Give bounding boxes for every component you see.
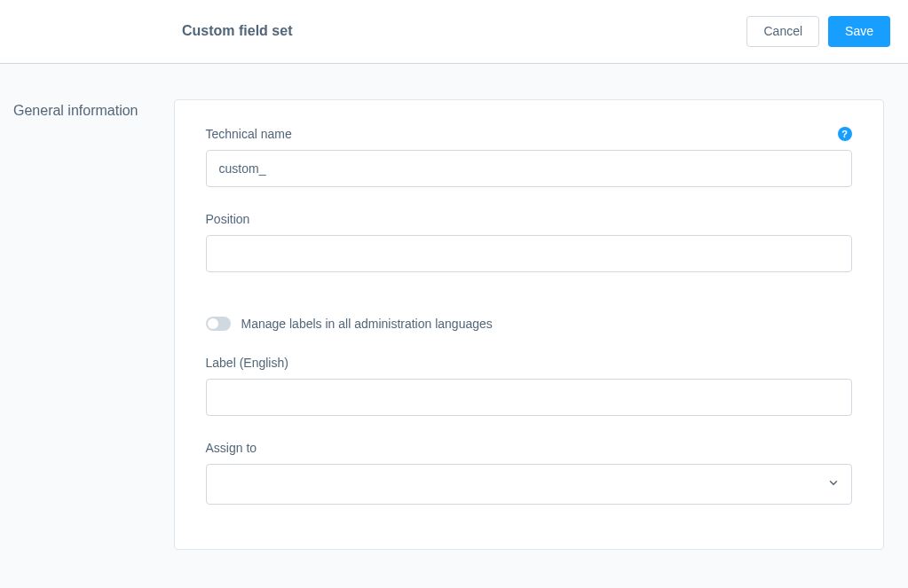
content: General information Technical name ? Pos…	[0, 64, 908, 568]
section-label: General information	[13, 99, 138, 119]
technical-name-label: Technical name	[206, 127, 292, 141]
label-english-group: Label (English)	[206, 356, 852, 416]
manage-labels-row: Manage labels in all administration lang…	[206, 317, 852, 331]
technical-name-group: Technical name ?	[206, 127, 852, 187]
label-english-label: Label (English)	[206, 356, 852, 370]
page-title: Custom field set	[182, 23, 292, 39]
assign-to-label: Assign to	[206, 441, 852, 455]
position-label: Position	[206, 212, 852, 226]
assign-to-select[interactable]	[206, 464, 852, 505]
cancel-button[interactable]: Cancel	[746, 16, 819, 47]
help-icon[interactable]: ?	[838, 127, 852, 141]
manage-labels-toggle[interactable]	[206, 317, 231, 331]
label-english-input[interactable]	[206, 379, 852, 416]
save-button[interactable]: Save	[828, 16, 890, 47]
form-card: Technical name ? Position Manage labels …	[174, 99, 884, 550]
technical-name-input[interactable]	[206, 150, 852, 187]
header-actions: Cancel Save	[746, 16, 890, 47]
position-group: Position	[206, 212, 852, 272]
toggle-knob	[208, 318, 218, 329]
assign-to-group: Assign to	[206, 441, 852, 505]
page-header: Custom field set Cancel Save	[0, 0, 908, 64]
manage-labels-label: Manage labels in all administration lang…	[241, 317, 493, 331]
position-input[interactable]	[206, 235, 852, 272]
